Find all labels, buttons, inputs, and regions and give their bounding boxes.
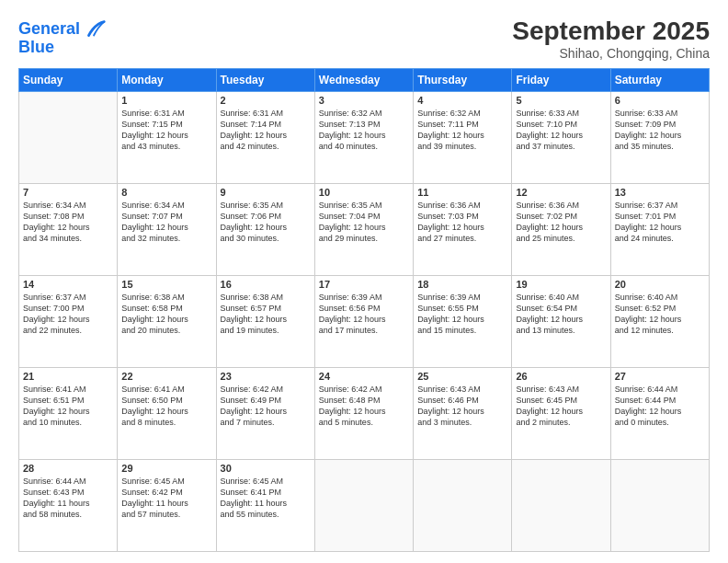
day-info: Sunrise: 6:41 AM Sunset: 6:51 PM Dayligh… [23,384,113,429]
location-title: Shihao, Chongqing, China [512,46,710,61]
day-number: 2 [221,95,311,106]
day-info: Sunrise: 6:39 AM Sunset: 6:55 PM Dayligh… [417,292,507,337]
day-cell-12: 12Sunrise: 6:36 AM Sunset: 7:02 PM Dayli… [512,184,610,276]
day-number: 26 [516,371,606,382]
day-info: Sunrise: 6:35 AM Sunset: 7:06 PM Dayligh… [221,200,311,245]
day-info: Sunrise: 6:37 AM Sunset: 7:01 PM Dayligh… [615,200,705,245]
day-cell-21: 21Sunrise: 6:41 AM Sunset: 6:51 PM Dayli… [19,368,118,460]
day-number: 27 [615,371,705,382]
day-cell-19: 19Sunrise: 6:40 AM Sunset: 6:54 PM Dayli… [512,276,610,368]
day-number: 1 [121,95,211,106]
day-number: 13 [615,187,705,198]
day-number: 8 [121,187,211,198]
empty-cell [414,460,512,552]
day-number: 16 [221,279,311,290]
logo-icon [82,17,108,42]
day-number: 20 [615,279,705,290]
day-cell-10: 10Sunrise: 6:35 AM Sunset: 7:04 PM Dayli… [314,184,413,276]
week-row-2: 7Sunrise: 6:34 AM Sunset: 7:08 PM Daylig… [19,184,710,276]
title-block: September 2025 Shihao, Chongqing, China [512,17,710,61]
day-cell-6: 6Sunrise: 6:33 AM Sunset: 7:09 PM Daylig… [610,92,709,184]
day-info: Sunrise: 6:38 AM Sunset: 6:58 PM Dayligh… [121,292,211,337]
weekday-header-friday: Friday [512,69,610,92]
day-info: Sunrise: 6:40 AM Sunset: 6:52 PM Dayligh… [615,292,705,337]
day-number: 22 [121,371,211,382]
day-cell-24: 24Sunrise: 6:42 AM Sunset: 6:48 PM Dayli… [314,368,413,460]
day-info: Sunrise: 6:40 AM Sunset: 6:54 PM Dayligh… [516,292,606,337]
month-title: September 2025 [512,17,710,46]
logo-blue: Blue [18,39,54,57]
day-cell-3: 3Sunrise: 6:32 AM Sunset: 7:13 PM Daylig… [314,92,413,184]
day-number: 7 [23,187,113,198]
weekday-header-sunday: Sunday [19,69,118,92]
empty-cell [19,92,118,184]
day-info: Sunrise: 6:32 AM Sunset: 7:13 PM Dayligh… [319,108,409,153]
day-cell-20: 20Sunrise: 6:40 AM Sunset: 6:52 PM Dayli… [610,276,709,368]
day-number: 19 [516,279,606,290]
day-info: Sunrise: 6:42 AM Sunset: 6:48 PM Dayligh… [319,384,409,429]
day-info: Sunrise: 6:45 AM Sunset: 6:42 PM Dayligh… [121,476,211,521]
empty-cell [610,460,709,552]
logo-text: General [18,20,80,39]
day-info: Sunrise: 6:35 AM Sunset: 7:04 PM Dayligh… [319,200,409,245]
day-number: 28 [23,463,113,474]
day-cell-18: 18Sunrise: 6:39 AM Sunset: 6:55 PM Dayli… [414,276,512,368]
day-info: Sunrise: 6:41 AM Sunset: 6:50 PM Dayligh… [121,384,211,429]
header: General Blue September 2025 Shihao, Chon… [18,17,710,61]
weekday-header-row: SundayMondayTuesdayWednesdayThursdayFrid… [19,69,710,92]
day-info: Sunrise: 6:43 AM Sunset: 6:45 PM Dayligh… [516,384,606,429]
day-cell-25: 25Sunrise: 6:43 AM Sunset: 6:46 PM Dayli… [414,368,512,460]
weekday-header-thursday: Thursday [414,69,512,92]
day-number: 6 [615,95,705,106]
page: General Blue September 2025 Shihao, Chon… [0,0,728,563]
day-number: 17 [319,279,409,290]
week-row-1: 1Sunrise: 6:31 AM Sunset: 7:15 PM Daylig… [19,92,710,184]
day-cell-22: 22Sunrise: 6:41 AM Sunset: 6:50 PM Dayli… [118,368,216,460]
day-cell-8: 8Sunrise: 6:34 AM Sunset: 7:07 PM Daylig… [118,184,216,276]
day-number: 9 [221,187,311,198]
weekday-header-tuesday: Tuesday [216,69,314,92]
day-info: Sunrise: 6:39 AM Sunset: 6:56 PM Dayligh… [319,292,409,337]
day-cell-23: 23Sunrise: 6:42 AM Sunset: 6:49 PM Dayli… [216,368,314,460]
day-number: 3 [319,95,409,106]
day-cell-13: 13Sunrise: 6:37 AM Sunset: 7:01 PM Dayli… [610,184,709,276]
weekday-header-monday: Monday [118,69,216,92]
day-number: 4 [417,95,507,106]
day-cell-11: 11Sunrise: 6:36 AM Sunset: 7:03 PM Dayli… [414,184,512,276]
day-cell-28: 28Sunrise: 6:44 AM Sunset: 6:43 PM Dayli… [19,460,118,552]
day-number: 21 [23,371,113,382]
day-cell-2: 2Sunrise: 6:31 AM Sunset: 7:14 PM Daylig… [216,92,314,184]
day-cell-1: 1Sunrise: 6:31 AM Sunset: 7:15 PM Daylig… [118,92,216,184]
empty-cell [314,460,413,552]
day-info: Sunrise: 6:31 AM Sunset: 7:15 PM Dayligh… [121,108,211,153]
day-info: Sunrise: 6:33 AM Sunset: 7:09 PM Dayligh… [615,108,705,153]
day-number: 14 [23,279,113,290]
day-number: 11 [417,187,507,198]
week-row-5: 28Sunrise: 6:44 AM Sunset: 6:43 PM Dayli… [19,460,710,552]
day-cell-7: 7Sunrise: 6:34 AM Sunset: 7:08 PM Daylig… [19,184,118,276]
day-number: 23 [221,371,311,382]
day-number: 18 [417,279,507,290]
day-number: 15 [121,279,211,290]
logo: General Blue [18,17,108,57]
day-info: Sunrise: 6:44 AM Sunset: 6:44 PM Dayligh… [615,384,705,429]
day-info: Sunrise: 6:33 AM Sunset: 7:10 PM Dayligh… [516,108,606,153]
day-number: 5 [516,95,606,106]
day-info: Sunrise: 6:34 AM Sunset: 7:07 PM Dayligh… [121,200,211,245]
day-cell-5: 5Sunrise: 6:33 AM Sunset: 7:10 PM Daylig… [512,92,610,184]
day-number: 10 [319,187,409,198]
day-cell-29: 29Sunrise: 6:45 AM Sunset: 6:42 PM Dayli… [118,460,216,552]
day-info: Sunrise: 6:37 AM Sunset: 7:00 PM Dayligh… [23,292,113,337]
day-cell-27: 27Sunrise: 6:44 AM Sunset: 6:44 PM Dayli… [610,368,709,460]
empty-cell [512,460,610,552]
weekday-header-wednesday: Wednesday [314,69,413,92]
day-number: 12 [516,187,606,198]
weekday-header-saturday: Saturday [610,69,709,92]
day-cell-14: 14Sunrise: 6:37 AM Sunset: 7:00 PM Dayli… [19,276,118,368]
day-number: 30 [221,463,311,474]
week-row-3: 14Sunrise: 6:37 AM Sunset: 7:00 PM Dayli… [19,276,710,368]
day-info: Sunrise: 6:36 AM Sunset: 7:03 PM Dayligh… [417,200,507,245]
week-row-4: 21Sunrise: 6:41 AM Sunset: 6:51 PM Dayli… [19,368,710,460]
day-info: Sunrise: 6:32 AM Sunset: 7:11 PM Dayligh… [417,108,507,153]
day-cell-17: 17Sunrise: 6:39 AM Sunset: 6:56 PM Dayli… [314,276,413,368]
